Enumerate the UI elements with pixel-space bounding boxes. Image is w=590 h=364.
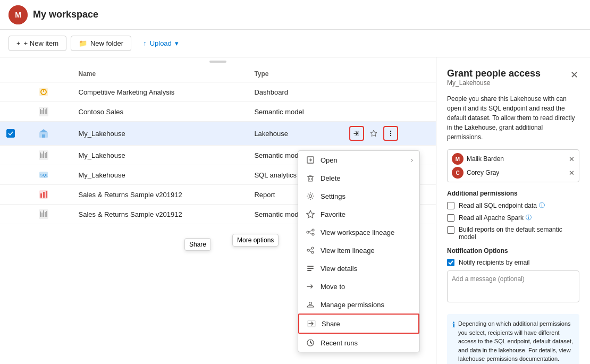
- row-type-icon-cell: [32, 205, 72, 224]
- svg-rect-7: [41, 110, 43, 114]
- context-menu-item-favorite[interactable]: Favorite: [298, 205, 419, 223]
- person-avatar: M: [452, 153, 463, 165]
- context-menu-item-view-workspace-lineage[interactable]: View workspace lineage: [298, 223, 419, 241]
- close-panel-button[interactable]: ✕: [569, 68, 579, 82]
- context-menu-item-view-item-lineage[interactable]: View item lineage: [298, 241, 419, 259]
- svg-rect-10: [46, 108, 47, 114]
- upload-chevron-icon: ▾: [175, 39, 179, 47]
- svg-rect-31: [40, 211, 41, 217]
- svg-line-52: [309, 249, 311, 250]
- context-menu-item-recent-runs[interactable]: Recent runs: [298, 334, 419, 352]
- permission-item-read-sql: Read all SQL endpoint data ⓘ: [447, 201, 579, 209]
- additional-permissions-label: Additional permissions: [447, 190, 579, 197]
- remove-person-button[interactable]: ✕: [569, 155, 575, 163]
- open-menu-label: Open: [321, 156, 338, 164]
- delete-menu-label: Delete: [321, 174, 341, 182]
- svg-rect-55: [307, 268, 314, 269]
- permission-label-read-spark: Read all Apache Spark ⓘ: [459, 214, 532, 222]
- row-name: My_Lakehouse: [79, 151, 125, 159]
- context-menu-item-settings[interactable]: Settings: [298, 187, 419, 205]
- favorite-menu-label: Favorite: [321, 210, 345, 218]
- favorite-action-button[interactable]: [366, 126, 381, 141]
- row-checkbox-cell: [0, 165, 32, 185]
- row-name: Competitive Marketing Analysis: [79, 88, 175, 96]
- more-options-button[interactable]: [383, 126, 398, 141]
- svg-point-45: [312, 229, 314, 231]
- svg-point-50: [311, 247, 314, 249]
- panel-description: People you share this Lakehouse with can…: [447, 94, 579, 142]
- row-name: Sales & Returns Sample v201912: [79, 191, 182, 199]
- notify-email-checkbox[interactable]: [447, 259, 454, 266]
- svg-rect-27: [40, 193, 42, 198]
- move-to-menu-label: Move to: [321, 283, 345, 291]
- avatar: M: [9, 5, 28, 24]
- permission-checkbox-read-sql[interactable]: [447, 202, 454, 209]
- table-row[interactable]: Contoso Sales Semantic model: [0, 102, 436, 122]
- view-details-menu-label: View details: [321, 265, 357, 273]
- permission-checkbox-read-spark[interactable]: [447, 214, 454, 222]
- table-row[interactable]: Competitive Marketing Analysis Dashboard: [0, 82, 436, 102]
- view-details-menu-icon: [306, 264, 315, 273]
- row-type-icon-cell: [32, 185, 72, 205]
- row-type-cell: Dashboard: [248, 82, 342, 102]
- svg-rect-19: [40, 153, 41, 158]
- row-checkbox-cell: [0, 102, 32, 122]
- new-folder-button[interactable]: 📁 New folder: [71, 36, 131, 51]
- new-item-button[interactable]: + + New item: [9, 36, 66, 51]
- share-action-button[interactable]: [349, 126, 364, 141]
- svg-rect-21: [43, 151, 44, 158]
- svg-point-46: [312, 233, 314, 235]
- context-menu-item-view-details[interactable]: View details: [298, 259, 419, 277]
- upload-label: Upload: [150, 39, 172, 47]
- context-menu-item-delete[interactable]: Delete: [298, 169, 419, 187]
- permission-checkbox-build-reports[interactable]: [447, 226, 454, 234]
- panel-subtitle: My_Lakehouse: [447, 79, 541, 87]
- row-name-cell: My_Lakehouse: [72, 122, 248, 146]
- message-input[interactable]: [447, 270, 579, 302]
- svg-rect-28: [43, 192, 45, 198]
- row-checkbox-cell: [0, 205, 32, 224]
- person-chip: C Corey Gray ✕: [452, 167, 575, 179]
- svg-point-42: [309, 195, 312, 198]
- row-actions-cell: [343, 122, 436, 146]
- context-menu-item-share[interactable]: Share: [298, 314, 419, 334]
- row-name-cell: Sales & Returns Sample v201912: [72, 185, 248, 205]
- context-menu-item-move-to[interactable]: Move to: [298, 277, 419, 295]
- svg-text:SQL: SQL: [40, 173, 48, 177]
- permission-info-icon[interactable]: ⓘ: [539, 201, 545, 209]
- panel-header: Grant people access My_Lakehouse ✕: [447, 68, 579, 92]
- context-menu-item-manage-permissions[interactable]: Manage permissions: [298, 295, 419, 314]
- grant-access-panel: Grant people access My_Lakehouse ✕ Peopl…: [436, 57, 590, 364]
- more-options-tooltip: More options: [232, 234, 279, 247]
- info-icon: ℹ: [452, 319, 455, 363]
- panel-title: Grant people access: [447, 68, 541, 79]
- settings-menu-icon: [306, 191, 315, 201]
- folder-icon: 📁: [79, 39, 87, 47]
- row-checkbox-cell: [0, 185, 32, 205]
- new-folder-label: New folder: [90, 39, 123, 47]
- permission-info-icon[interactable]: ⓘ: [526, 214, 532, 222]
- row-checkbox[interactable]: [6, 129, 15, 138]
- submenu-arrow: ›: [411, 157, 413, 163]
- notification-label: Notification Options: [447, 247, 579, 255]
- row-name-cell: Sales & Returns Sample v201912: [72, 205, 248, 224]
- file-type-icon: [38, 189, 49, 200]
- file-type-icon: [38, 87, 49, 97]
- delete-menu-icon: [306, 173, 315, 183]
- file-type-icon: [38, 128, 49, 139]
- select-all-header: [0, 66, 32, 82]
- row-actions-cell: [343, 102, 436, 122]
- info-text: Depending on which additional permission…: [458, 319, 574, 363]
- svg-rect-23: [46, 152, 47, 158]
- move-to-menu-icon: [306, 282, 315, 291]
- row-type-icon-cell: [32, 102, 72, 122]
- people-chips: M Malik Barden ✕ C Corey Gray ✕: [447, 149, 579, 182]
- remove-person-button[interactable]: ✕: [569, 169, 575, 177]
- view-item-lineage-menu-icon: [306, 246, 315, 255]
- col-type: Type: [248, 66, 342, 82]
- row-name: Sales & Returns Sample v201912: [79, 210, 182, 218]
- person-name: Malik Barden: [467, 155, 566, 163]
- table-row[interactable]: My_Lakehouse Lakehouse: [0, 122, 436, 146]
- context-menu-item-open[interactable]: Open ›: [298, 151, 419, 169]
- upload-button[interactable]: ↑ Upload ▾: [136, 36, 186, 50]
